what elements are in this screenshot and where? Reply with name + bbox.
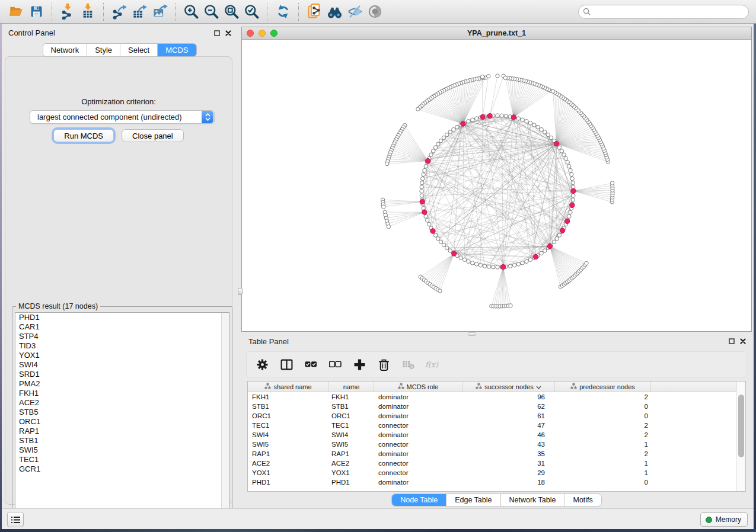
zoom-fit-icon[interactable]	[221, 2, 241, 21]
tab-node-table[interactable]: Node Table	[392, 494, 446, 506]
zoom-selected-icon[interactable]	[241, 2, 261, 21]
result-node-item[interactable]: CAR1	[15, 322, 229, 332]
toolbar-separator	[298, 3, 299, 21]
table-row[interactable]: ORC1ORC1dominator610	[248, 411, 745, 421]
optimization-criterion-select[interactable]: largest connected component (undirected)	[30, 110, 215, 124]
column-header-successor-nodes[interactable]: successor nodes	[462, 382, 555, 392]
export-image-icon[interactable]	[149, 2, 170, 21]
zoom-in-icon[interactable]	[181, 2, 201, 21]
horizontal-splitter-handle[interactable]	[468, 332, 476, 336]
table-cell: TEC1	[248, 422, 329, 429]
result-node-item[interactable]: TEC1	[15, 455, 229, 464]
table-row[interactable]: STB1STB1dominator620	[248, 402, 745, 411]
table-row[interactable]: TEC1TEC1connector472	[248, 421, 745, 430]
tab-network-table[interactable]: Network Table	[501, 494, 565, 506]
result-node-item[interactable]: PHD1	[15, 313, 229, 322]
result-node-item[interactable]: YOX1	[15, 351, 229, 360]
status-bar: Memory	[2, 508, 754, 529]
gear-icon[interactable]	[255, 357, 269, 371]
tab-network[interactable]: Network	[43, 44, 87, 56]
refresh-icon[interactable]	[273, 2, 293, 21]
table-row[interactable]: FKH1FKH1dominator962	[248, 392, 745, 402]
run-mcds-button[interactable]: Run MCDS	[53, 129, 114, 142]
table-cell: dominator	[374, 431, 462, 438]
share-document-icon[interactable]	[304, 2, 324, 21]
table-cell: ACE2	[248, 460, 329, 467]
import-table-icon[interactable]	[78, 2, 98, 21]
table-row[interactable]: RAP1RAP1dominator352	[248, 449, 745, 459]
result-node-item[interactable]: PMA2	[15, 379, 229, 389]
table-cell: STB1	[248, 403, 329, 410]
open-file-icon[interactable]	[6, 2, 26, 21]
table-row[interactable]: ACE2ACE2connector311	[248, 459, 745, 468]
table-row[interactable]: SWI5SWI5connector431	[248, 440, 745, 449]
network-window-titlebar: YPA_prune.txt_1	[242, 27, 751, 40]
table-cell: 2	[555, 450, 651, 457]
table-cell: 18	[462, 479, 555, 486]
close-panel-icon[interactable]	[225, 30, 231, 38]
tab-mcds[interactable]: MCDS	[158, 44, 196, 56]
tab-style[interactable]: Style	[87, 44, 120, 56]
deselect-all-icon[interactable]	[328, 357, 342, 371]
result-node-item[interactable]: GCR1	[15, 464, 229, 474]
result-list-scrollbar[interactable]	[221, 313, 229, 523]
tab-edge-table[interactable]: Edge Table	[446, 494, 500, 506]
network-window-title: YPA_prune.txt_1	[242, 29, 751, 37]
columns-icon[interactable]	[279, 357, 294, 371]
table-cell: 35	[462, 450, 555, 457]
export-table-icon[interactable]	[129, 2, 149, 21]
table-scrollbar[interactable]	[736, 382, 745, 491]
search-network-icon[interactable]	[324, 2, 344, 21]
memory-button-label: Memory	[716, 515, 741, 524]
table-cell: 43	[462, 441, 555, 448]
result-node-item[interactable]: RAP1	[15, 427, 229, 436]
network-canvas[interactable]	[242, 40, 751, 331]
add-icon[interactable]	[352, 357, 366, 371]
vertical-splitter-handle[interactable]	[238, 288, 243, 295]
result-node-item[interactable]: STP4	[15, 332, 229, 341]
table-row[interactable]: YOX1YOX1connector291	[248, 468, 745, 477]
hide-panels-icon[interactable]	[344, 2, 365, 21]
table-header-row: shared namenameMCDS rolesuccessor nodesp…	[248, 382, 745, 392]
column-header-MCDS-role[interactable]: MCDS role	[374, 382, 462, 392]
result-node-item[interactable]: TID3	[15, 341, 229, 351]
table-tabs-bar: Node TableEdge TableNetwork TableMotifs	[241, 494, 752, 506]
toolbar-separator	[175, 3, 176, 21]
column-header-shared-name[interactable]: shared name	[248, 382, 329, 392]
table-cell: 29	[462, 469, 555, 476]
memory-button[interactable]: Memory	[700, 512, 748, 527]
zoom-out-icon[interactable]	[201, 2, 221, 21]
column-header-predecessor-nodes[interactable]: predecessor nodes	[555, 382, 651, 392]
float-panel-icon[interactable]	[214, 30, 220, 38]
float-table-panel-icon[interactable]	[729, 338, 735, 346]
show-eye-icon[interactable]	[365, 2, 385, 21]
search-input[interactable]	[578, 5, 749, 19]
save-session-icon[interactable]	[26, 2, 46, 21]
import-network-icon[interactable]	[58, 2, 78, 21]
table-row[interactable]: PHD1PHD1dominator180	[248, 477, 745, 487]
table-scrollbar-thumb[interactable]	[738, 395, 744, 457]
table-cell: YOX1	[248, 469, 329, 476]
tab-motifs[interactable]: Motifs	[564, 494, 601, 506]
select-all-icon[interactable]	[304, 357, 318, 371]
result-node-item[interactable]: ORC1	[15, 417, 229, 427]
result-node-item[interactable]: SRD1	[15, 370, 229, 379]
result-node-item[interactable]: STB5	[15, 408, 229, 417]
close-panel-button[interactable]: Close panel	[122, 129, 184, 142]
column-header-name[interactable]: name	[329, 382, 374, 392]
delete-icon[interactable]	[377, 357, 391, 371]
task-history-button[interactable]	[7, 512, 24, 527]
table-cell: 0	[555, 412, 651, 419]
result-node-item[interactable]: STB1	[15, 436, 229, 446]
result-node-item[interactable]: SWI5	[15, 446, 229, 455]
result-node-item[interactable]: SWI4	[15, 360, 229, 370]
tab-select[interactable]: Select	[120, 44, 158, 56]
table-toolbar: f(x)	[246, 351, 747, 377]
export-network-icon[interactable]	[109, 2, 129, 21]
result-node-item[interactable]: ACE2	[15, 398, 229, 408]
table-row[interactable]: SWI4SWI4dominator462	[248, 430, 745, 440]
close-table-panel-icon[interactable]	[740, 338, 746, 346]
result-node-item[interactable]: FKH1	[15, 389, 229, 398]
table-cell: TEC1	[329, 422, 374, 429]
sort-descending-icon	[536, 383, 541, 390]
